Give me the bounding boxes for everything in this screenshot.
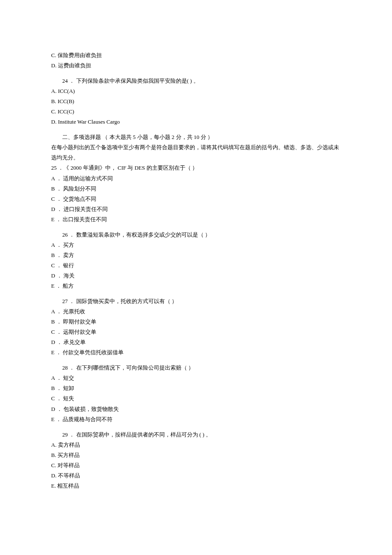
- option-d: D ． 承兑交单: [51, 337, 341, 347]
- option-c: C. 保险费用由谁负担: [51, 50, 341, 61]
- option-b: B. ICC(B): [51, 96, 341, 107]
- question-28-stem: 28 ． 在下列哪些情况下，可向保险公司提出索赔（ ）: [51, 363, 341, 373]
- option-b: B ． 卖方: [51, 250, 341, 260]
- option-a: A. ICC(A): [51, 86, 341, 96]
- option-c: C ． 短失: [51, 393, 341, 404]
- question-26-stem: 26 ． 数量溢短装条款中，有权选择多交或少交的可以是（ ）: [51, 230, 341, 240]
- option-c: C ． 银行: [51, 260, 341, 271]
- option-d: D. Institute War Clauses Cargo: [51, 117, 341, 127]
- option-b: B ． 即期付款交单: [51, 317, 341, 327]
- option-e: E ． 船方: [51, 281, 341, 291]
- option-e: E ． 付款交单凭信托收据借单: [51, 347, 341, 358]
- option-a: A ． 光票托收: [51, 306, 341, 317]
- option-a: A. 卖方样品: [51, 440, 341, 450]
- option-d: D ． 进口报关责任不同: [51, 204, 341, 214]
- question-24-stem: 24 ． 下列保险条款中承保风险类似我国平安险的是( ) 。: [51, 76, 341, 86]
- option-e: E ． 出口报关责任不同: [51, 214, 341, 225]
- option-a: A ． 买方: [51, 240, 341, 250]
- option-d: D. 运费由谁负担: [51, 61, 341, 71]
- option-c: C ． 交货地点不同: [51, 194, 341, 204]
- option-d: D. 不等样品: [51, 471, 341, 481]
- question-29-stem: 29 ． 在国际贸易中，按样品提供者的不同，样品可分为 ( ) 。: [51, 430, 341, 440]
- option-b: B ． 风险划分不同: [51, 184, 341, 194]
- option-a: A ． 短交: [51, 373, 341, 383]
- option-c: C ． 远期付款交单: [51, 327, 341, 337]
- option-c: C. 对等样品: [51, 460, 341, 471]
- section-2-title: 二、多项选择题 （ 本大题共 5 小题，每小题 2 分，共 10 分 ）: [51, 132, 341, 142]
- option-e: E ． 品质规格与合同不符: [51, 414, 341, 425]
- section-2-instructions: 在每小题列出的五个备选项中至少有两个是符合题目要求的，请将其代码填写在题后的括号…: [51, 142, 341, 163]
- option-b: B. 买方样品: [51, 450, 341, 460]
- option-c: C. ICC(C): [51, 107, 341, 117]
- option-a: A ． 适用的运输方式不同: [51, 173, 341, 184]
- question-25-stem: 25 ．《 2000 年通则》中， CIF 与 DES 的主要区别在于（ ）: [51, 163, 341, 173]
- option-b: B ． 短卸: [51, 383, 341, 393]
- option-d: D ． 海关: [51, 271, 341, 281]
- option-d: D ． 包装破损，致货物散失: [51, 404, 341, 414]
- option-e: E. 相互样品: [51, 481, 341, 491]
- question-27-stem: 27 ． 国际货物买卖中，托收的方式可以有（ ）: [51, 296, 341, 306]
